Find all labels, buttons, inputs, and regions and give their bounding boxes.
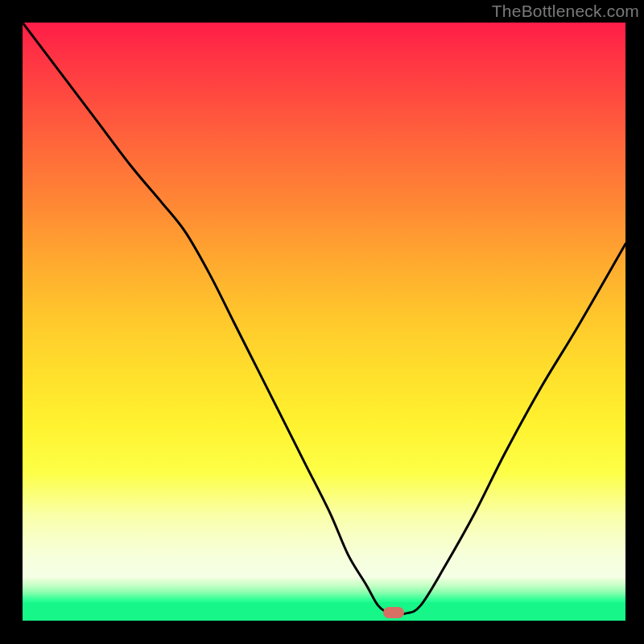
optimal-marker bbox=[383, 607, 404, 618]
plot-panel bbox=[23, 23, 625, 621]
chart-container: TheBottleneck.com bbox=[0, 0, 644, 644]
watermark-text: TheBottleneck.com bbox=[492, 2, 639, 21]
bottleneck-curve bbox=[23, 23, 625, 621]
